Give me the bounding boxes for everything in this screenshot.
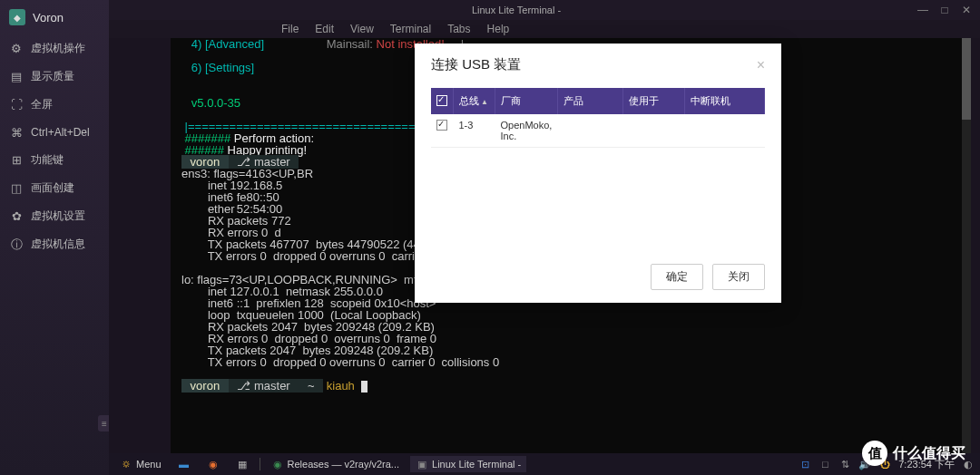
sidebar-item-label: Ctrl+Alt+Del	[31, 126, 90, 139]
term-text: v5.0.0-35	[181, 96, 240, 110]
modal-title: 连接 USB 装置	[431, 56, 757, 73]
col-bus[interactable]: 总线▲	[454, 88, 495, 114]
sidebar-item-label: 全屏	[31, 97, 53, 112]
row-checkbox[interactable]	[436, 120, 447, 131]
menu-tabs[interactable]: Tabs	[447, 23, 470, 35]
sidebar-item-label: 虚拟机信息	[31, 237, 85, 252]
show-desktop-button[interactable]: ▬	[172, 456, 196, 472]
sidebar-item-fullscreen[interactable]: ⛶全屏	[0, 91, 109, 119]
folder-icon: ▦	[236, 458, 249, 470]
menu-file[interactable]: File	[281, 23, 299, 35]
term-text: Mainsail:	[264, 38, 377, 51]
start-menu-button[interactable]: ⛭Menu	[114, 456, 167, 472]
smzdm-watermark: 值 什么值得买	[855, 437, 973, 470]
sidebar-item-display[interactable]: ▤显示质量	[0, 63, 109, 91]
col-usedby[interactable]: 使用于	[622, 88, 684, 114]
prompt-dir: ~	[299, 379, 323, 393]
sidebar-item-snapshot[interactable]: ◫画面创建	[0, 174, 109, 202]
terminal-cursor	[361, 381, 368, 393]
keys-icon: ⌘	[9, 125, 24, 140]
firefox-button[interactable]: ◉	[201, 456, 225, 472]
taskbar-separator	[260, 458, 260, 470]
window-title: Linux Lite Terminal -	[116, 5, 916, 15]
sidebar-item-cad[interactable]: ⌘Ctrl+Alt+Del	[0, 119, 109, 146]
voron-logo: ◆	[9, 9, 25, 25]
minimize-button[interactable]: —	[916, 4, 929, 16]
prompt-cmd: kiauh	[323, 379, 358, 393]
prompt-host: voron	[181, 379, 229, 393]
col-label: 中断联机	[691, 95, 730, 106]
modal-body: 总线▲ 厂商 产品 使用于 中断联机 1-3 OpenMoko, Inc.	[415, 79, 781, 255]
col-product[interactable]: 产品	[557, 88, 622, 114]
files-button[interactable]: ▦	[230, 456, 254, 472]
modal-close-button[interactable]: ×	[757, 57, 765, 73]
menu-edit[interactable]: Edit	[315, 23, 334, 35]
sidebar-item-label: 画面创建	[31, 180, 74, 196]
vm-sidebar: ◆ Voron ⚙虚拟机操作 ▤显示质量 ⛶全屏 ⌘Ctrl+Alt+Del ⊞…	[0, 0, 109, 475]
cell-disconnect	[684, 114, 764, 148]
cog-icon: ✿	[9, 209, 24, 224]
col-disconnect[interactable]: 中断联机	[684, 88, 764, 114]
sidebar-item-label: 功能键	[31, 152, 64, 168]
lite-logo-icon: ⛭	[120, 458, 132, 470]
cell-usedby	[622, 114, 684, 148]
desktop-icon: ▬	[178, 458, 191, 470]
col-vendor[interactable]: 厂商	[495, 88, 558, 114]
sidebar-item-vm-ops[interactable]: ⚙虚拟机操作	[0, 34, 109, 63]
usb-connect-dialog: 连接 USB 装置 × 总线▲ 厂商 产品 使用于 中断联机	[415, 44, 781, 303]
col-label: 使用于	[629, 95, 659, 106]
close-button[interactable]: ✕	[960, 4, 973, 16]
updates-icon[interactable]: ⊡	[799, 458, 811, 470]
menu-help[interactable]: Help	[487, 23, 510, 35]
sort-icon: ▲	[481, 98, 488, 106]
ok-button[interactable]: 确定	[651, 264, 703, 290]
sidebar-title: Voron	[33, 11, 64, 24]
watermark-text: 什么值得买	[893, 444, 965, 463]
col-label: 总线	[459, 95, 479, 106]
grid-icon: ⊞	[9, 153, 24, 168]
app-label: Linux Lite Terminal -	[432, 459, 521, 470]
menu-view[interactable]: View	[350, 23, 374, 35]
app-label: Releases — v2ray/v2ra...	[288, 459, 400, 470]
select-all-checkbox[interactable]	[436, 95, 447, 106]
modal-footer: 确定 关闭	[415, 255, 781, 303]
sidebar-item-info[interactable]: ⓘ虚拟机信息	[0, 230, 109, 258]
taskbar-app-browser[interactable]: ◉Releases — v2ray/v2ra...	[266, 456, 406, 472]
col-checkbox[interactable]	[431, 88, 454, 114]
chrome-icon: ◉	[271, 458, 284, 470]
guest-desktop: Linux Lite Terminal - — □ ✕ File Edit Vi…	[109, 0, 980, 475]
terminal-icon: ▣	[416, 458, 428, 470]
sidebar-item-settings[interactable]: ✿虚拟机设置	[0, 202, 109, 230]
watermark-badge: 值	[862, 441, 887, 466]
network-icon[interactable]: ⇅	[838, 458, 851, 470]
cell-vendor: OpenMoko, Inc.	[495, 114, 558, 148]
sidebar-item-label: 虚拟机设置	[31, 208, 85, 224]
modal-header: 连接 USB 装置 ×	[415, 44, 781, 79]
sidebar-header: ◆ Voron	[0, 0, 109, 34]
menu-terminal[interactable]: Terminal	[390, 23, 431, 35]
term-text: TX errors 0 dropped 0 overruns 0 carrier…	[181, 355, 499, 369]
term-text: 4) [Advanced]	[181, 38, 264, 51]
sidebar-item-fnkeys[interactable]: ⊞功能键	[0, 146, 109, 174]
quality-icon: ▤	[9, 70, 24, 84]
col-label: 产品	[564, 95, 583, 106]
cell-bus: 1-3	[454, 114, 495, 148]
info-icon: ⓘ	[9, 238, 24, 252]
bluetooth-icon[interactable]: □	[818, 458, 831, 470]
usb-device-table: 总线▲ 厂商 产品 使用于 中断联机 1-3 OpenMoko, Inc.	[431, 88, 765, 238]
term-text: 6) [Settings]	[181, 61, 254, 74]
cancel-button[interactable]: 关闭	[712, 264, 765, 290]
gear-icon: ⚙	[9, 42, 24, 56]
taskbar-app-terminal[interactable]: ▣Linux Lite Terminal -	[410, 456, 526, 472]
usb-device-row[interactable]: 1-3 OpenMoko, Inc.	[431, 114, 765, 148]
scrollbar-thumb[interactable]	[962, 38, 971, 120]
sidebar-item-label: 显示质量	[31, 69, 74, 84]
guest-taskbar: ⛭Menu ▬ ◉ ▦ ◉Releases — v2ray/v2ra... ▣L…	[109, 453, 980, 475]
terminal-scrollbar[interactable]	[962, 38, 971, 453]
cell-product	[557, 114, 622, 148]
table-header-row: 总线▲ 厂商 产品 使用于 中断联机	[431, 88, 765, 114]
maximize-button[interactable]: □	[938, 4, 951, 16]
menu-label: Menu	[136, 459, 162, 470]
screen-icon: ◫	[9, 181, 24, 196]
prompt-branch: ⎇ master	[229, 379, 299, 393]
